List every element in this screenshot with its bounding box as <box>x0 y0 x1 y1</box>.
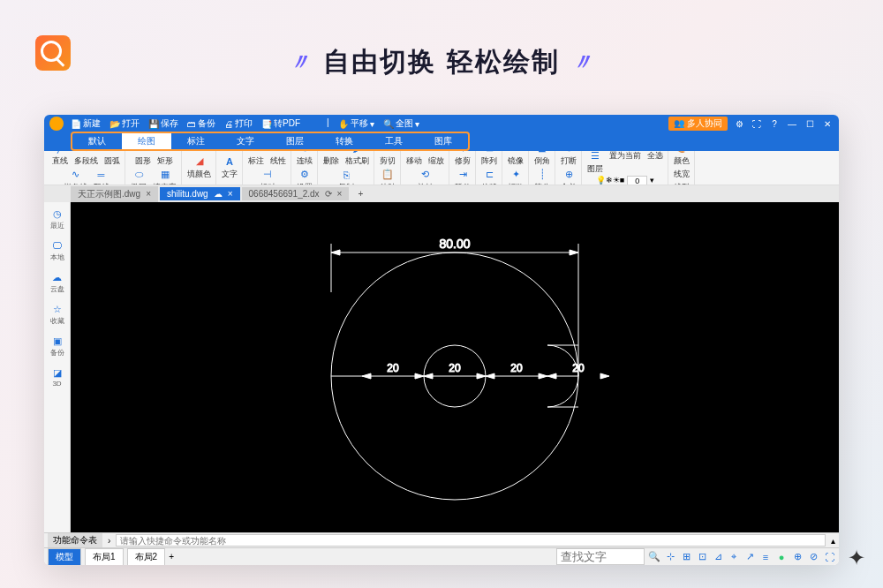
sidebar-backup[interactable]: ▣备份 <box>50 335 64 358</box>
tool-trim[interactable]: ⊹修剪 <box>453 151 472 168</box>
tool-line[interactable]: ╱直线 <box>50 151 70 168</box>
help-icon[interactable]: ? <box>768 117 781 130</box>
tool-rotate[interactable]: ⟲旋转 <box>416 168 435 185</box>
tool-circle[interactable]: ○圆形 <box>133 151 153 168</box>
tab-annotate[interactable]: 标注 <box>171 133 221 149</box>
layer-state-icons[interactable]: 💡❄☀■ <box>596 176 624 185</box>
tab-tools[interactable]: 工具 <box>369 133 419 149</box>
globe-icon[interactable]: ● <box>775 551 788 563</box>
menu-print[interactable]: 🖨 打印 <box>224 117 253 130</box>
tab-library[interactable]: 图库 <box>419 133 468 149</box>
tool-polyline[interactable]: ⌇多段线 <box>72 151 100 168</box>
collab-button[interactable]: 👥 多人协同 <box>668 117 728 131</box>
tool-chamfer[interactable]: ◣倒角 <box>532 151 552 168</box>
tool-color[interactable]: 🎨颜色 <box>672 151 691 168</box>
lineweight-icon[interactable]: ≡ <box>759 551 772 563</box>
tool-rect[interactable]: ▭矩形 <box>155 151 175 168</box>
snap-icon[interactable]: ⊹ <box>664 551 676 563</box>
menu-zoom-all[interactable]: 🔍 全图 ▾ <box>383 117 419 130</box>
tool-extend[interactable]: ⇥延伸 <box>453 168 472 185</box>
tab-layer[interactable]: 图层 <box>270 133 320 149</box>
tool-dline[interactable]: ═双线 <box>92 168 111 185</box>
polar-icon[interactable]: ⊿ <box>712 551 724 563</box>
tool-layer[interactable]: ☰图层 <box>585 151 605 176</box>
status-model[interactable]: 模型 <box>48 548 81 566</box>
ortho-icon[interactable]: ⊡ <box>696 551 708 563</box>
tool-offset[interactable]: ⊏偏移 <box>479 168 499 185</box>
sidebar-local[interactable]: 🖵本地 <box>50 239 64 262</box>
status-layout1[interactable]: 布局1 <box>85 548 124 566</box>
tab-convert[interactable]: 转换 <box>320 133 369 149</box>
close-icon[interactable]: × <box>146 189 151 199</box>
grid-icon[interactable]: ⊞ <box>680 551 692 563</box>
track-icon[interactable]: ↗ <box>743 551 756 563</box>
search-icon[interactable]: 🔍 <box>648 551 660 563</box>
expand-icon[interactable]: ⛶ <box>751 117 763 130</box>
tool-arc[interactable]: ◠圆弧 <box>102 151 122 168</box>
tool-divide[interactable]: ┊等分 <box>532 168 552 185</box>
status-layout2[interactable]: 布局2 <box>127 548 166 566</box>
command-input[interactable] <box>116 534 826 547</box>
tab-text[interactable]: 文字 <box>221 133 270 149</box>
tool-delete[interactable]: ✖删除 <box>321 151 341 168</box>
tool-selectall[interactable]: 全选 <box>645 151 665 176</box>
tool-format[interactable]: 🖌格式刷 <box>343 151 371 168</box>
settings-icon[interactable]: ⊕ <box>791 551 804 563</box>
tool-settings[interactable]: ⚙设置 <box>295 168 314 185</box>
tool-continue[interactable]: ⊕连续 <box>295 151 314 168</box>
sidebar-recent[interactable]: ◷最近 <box>50 207 64 230</box>
file-tab-1[interactable]: 天正示例图.dwg× <box>71 186 158 202</box>
tool-dim[interactable]: ⟷标注 <box>246 151 266 168</box>
maximize-button[interactable]: ☐ <box>804 117 816 130</box>
tab-default[interactable]: 默认 <box>72 133 122 149</box>
search-input[interactable] <box>556 548 645 565</box>
chevron-icon[interactable]: › <box>108 536 110 546</box>
tool-spline[interactable]: ∿样条线 <box>62 168 89 185</box>
add-layout-button[interactable]: + <box>169 552 174 562</box>
fullscreen-icon[interactable]: ⛶ <box>823 551 835 563</box>
file-tab-2[interactable]: shilitu.dwg☁× <box>160 187 240 200</box>
close-icon[interactable]: × <box>337 189 343 199</box>
more-icon[interactable]: ⊘ <box>807 551 819 563</box>
menu-open[interactable]: 📂 打开 <box>109 117 140 130</box>
menu-new[interactable]: 📄 新建 <box>71 117 101 130</box>
close-button[interactable]: ✕ <box>821 117 834 130</box>
chevron-down-icon[interactable]: ▾ <box>650 176 654 185</box>
tool-fillcolor[interactable]: ◢填颜色 <box>185 155 213 181</box>
menu-backup[interactable]: 🗃 备份 <box>187 117 215 130</box>
tool-paste[interactable]: 📋粘贴 <box>378 168 397 185</box>
tab-draw[interactable]: 绘图 <box>122 133 171 149</box>
drawing-canvas[interactable]: 80.00 20 <box>71 202 839 532</box>
tool-move[interactable]: ✥移动 <box>404 151 424 168</box>
tool-linear[interactable]: ⊢线性 <box>268 151 288 168</box>
layer-select[interactable]: 0 <box>627 176 647 185</box>
tool-copy[interactable]: ⎘复制 <box>336 168 356 185</box>
tool-cut[interactable]: ✂剪切 <box>378 151 397 168</box>
tool-break[interactable]: ⊘打断 <box>559 151 578 168</box>
menu-save[interactable]: 💾 保存 <box>148 117 178 130</box>
close-icon[interactable]: × <box>228 189 233 199</box>
osnap-icon[interactable]: ⌖ <box>728 551 740 563</box>
sidebar-3d[interactable]: ◪3D <box>51 366 64 388</box>
tool-mirror[interactable]: ⇋镜像 <box>506 151 525 168</box>
menu-pdf[interactable]: 📑 转PDF <box>261 117 300 130</box>
tool-array[interactable]: ⊞阵列 <box>479 151 499 168</box>
user-avatar[interactable] <box>49 117 64 131</box>
minimize-button[interactable]: — <box>786 117 798 130</box>
sidebar-favorites[interactable]: ☆收藏 <box>50 303 64 326</box>
cmd-label[interactable]: 功能命令表 <box>48 533 102 547</box>
tool-text[interactable]: A文字 <box>220 155 239 181</box>
tool-scale[interactable]: ⤢缩放 <box>426 151 446 168</box>
tool-ellipse[interactable]: ⬭椭圆 <box>129 168 148 185</box>
menu-pan[interactable]: ✋ 平移 ▾ <box>338 117 374 130</box>
tool-hatch[interactable]: ▦填充案 <box>151 168 178 185</box>
sidebar-cloud[interactable]: ☁云盘 <box>50 271 64 294</box>
expand-cmd-icon[interactable]: ▴ <box>831 536 835 546</box>
tool-join[interactable]: ⊕合并 <box>559 168 578 185</box>
tool-lineweight[interactable]: 线宽 <box>672 168 691 181</box>
file-tab-3[interactable]: 0668456691_2.dx⟳× <box>242 187 350 200</box>
settings-icon[interactable]: ⚙ <box>733 117 745 130</box>
tool-current[interactable]: 置为当前 <box>608 151 643 176</box>
tool-relative[interactable]: ⊣相对 <box>258 168 277 185</box>
tool-explode[interactable]: ✦打散 <box>506 168 525 185</box>
